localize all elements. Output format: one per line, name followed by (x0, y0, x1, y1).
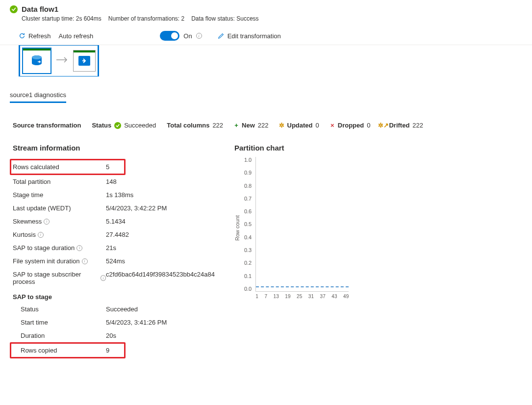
header-meta: Cluster startup time: 2s 604ms Number of… (10, 15, 522, 22)
dropped-label: Dropped (338, 122, 364, 129)
info-icon[interactable]: i (38, 232, 44, 238)
refresh-icon (19, 32, 25, 39)
stream-key: Stage time (13, 191, 106, 199)
stream-key: SAP to stage subscriber processi (13, 271, 106, 285)
stream-key: Total partition (13, 178, 106, 185)
edit-transformation-button[interactable]: Edit transformation (218, 32, 281, 40)
stream-info-heading: Stream information (13, 144, 215, 152)
total-columns-label: Total columns (167, 122, 209, 129)
info-icon[interactable]: i (101, 275, 106, 281)
tab-source-diagnostics[interactable]: source1 diagnostics (10, 91, 66, 103)
info-icon[interactable]: i (76, 245, 82, 251)
stream-key: Last update (WEDT) (13, 204, 106, 212)
stream-row: File system init durationi524ms (13, 254, 215, 268)
toggle-on-label: On (183, 32, 192, 40)
edit-label: Edit transformation (228, 32, 281, 40)
stream-value: 5/4/2023, 3:41:26 PM (106, 319, 167, 326)
flow-diagram (19, 45, 99, 76)
auto-refresh-toggle[interactable] (160, 31, 179, 41)
x-tick: 13 (274, 294, 279, 299)
x-tick: 7 (264, 294, 267, 299)
stream-key: SAP to stage durationi (13, 244, 106, 252)
stream-row: StatusSucceeded (13, 303, 215, 316)
stream-value: 1s 138ms (106, 191, 133, 199)
status-value: Succeeded (124, 122, 156, 129)
stream-value: 9 (106, 347, 109, 354)
stream-value: 5 (106, 163, 109, 171)
stream-value: 20s (106, 332, 116, 339)
updated-value: 0 (316, 122, 319, 129)
stream-value: 27.4482 (106, 231, 129, 238)
stream-row: Rows copied9 (10, 342, 126, 358)
info-icon[interactable]: i (44, 219, 50, 225)
refresh-button[interactable]: Refresh (19, 32, 51, 40)
y-tick: 0.7 (244, 196, 252, 202)
stream-row: Duration20s (13, 329, 215, 342)
plus-icon: + (234, 123, 239, 128)
stream-value: 21s (106, 244, 116, 252)
database-source-icon (29, 53, 45, 69)
y-tick: 0.4 (244, 234, 252, 240)
cross-icon: × (330, 123, 335, 128)
stream-row: Last update (WEDT)5/4/2023, 3:42:22 PM (13, 202, 215, 215)
drift-icon: ✲↗ (381, 123, 386, 128)
y-tick: 0.8 (244, 183, 252, 189)
x-tick: 1 (255, 294, 258, 299)
stream-row: Start time5/4/2023, 3:41:26 PM (13, 316, 215, 329)
y-tick: 0.0 (244, 286, 252, 292)
updated-label: Updated (287, 122, 313, 129)
y-tick: 0.9 (244, 170, 252, 176)
stream-value: 5/4/2023, 3:42:22 PM (106, 204, 167, 212)
stream-key: Kurtosisi (13, 231, 106, 238)
flow-node-source[interactable] (22, 48, 51, 74)
page-title: Data flow1 (22, 5, 58, 13)
stream-value: Succeeded (106, 305, 138, 313)
y-tick: 0.6 (244, 208, 252, 214)
source-transformation-label: Source transformation (13, 122, 81, 129)
stream-row: Total partition148 (13, 175, 215, 188)
status-success-icon (114, 122, 121, 129)
stream-value: c2fd6bac64d149f39834523bb4c24a84 (106, 271, 215, 278)
auto-refresh-label: Auto refresh (59, 32, 94, 40)
sap-to-stage-heading: SAP to stage (13, 288, 215, 303)
x-tick: 49 (343, 294, 349, 299)
stream-row: Kurtosisi27.4482 (13, 228, 215, 241)
y-tick: 0.3 (244, 247, 252, 253)
info-icon[interactable]: i (196, 33, 202, 39)
stream-key: Rows copied (13, 347, 106, 354)
dropped-value: 0 (367, 122, 370, 129)
y-tick: 1.0 (244, 157, 252, 163)
status-label: Status (92, 122, 111, 129)
stream-key: Start time (13, 319, 106, 326)
pencil-icon (218, 32, 225, 39)
stream-row: Stage time1s 138ms (13, 188, 215, 202)
new-label: New (242, 122, 255, 129)
stream-key: Status (13, 305, 106, 313)
x-tick: 25 (297, 294, 302, 299)
chart-y-label: Row count (234, 215, 240, 241)
stream-row: Skewnessi5.1434 (13, 215, 215, 228)
y-tick: 0.1 (244, 273, 252, 279)
stream-value: 148 (106, 178, 117, 185)
info-icon[interactable]: i (82, 258, 88, 264)
refresh-label: Refresh (28, 32, 51, 40)
x-tick: 43 (331, 294, 337, 299)
total-columns-value: 222 (212, 122, 223, 129)
sink-icon (76, 53, 92, 69)
stream-key: File system init durationi (13, 257, 106, 265)
stream-key: Rows calculated (13, 163, 106, 171)
new-value: 222 (258, 122, 269, 129)
x-tick: 37 (320, 294, 326, 299)
x-tick: 31 (308, 294, 314, 299)
x-tick: 19 (285, 294, 290, 299)
stream-value: 524ms (106, 257, 125, 265)
partition-chart: Row count 1.00.90.80.70.60.50.40.30.20.1… (234, 157, 522, 299)
drifted-value: 222 (412, 122, 423, 129)
stream-key: Skewnessi (13, 218, 106, 225)
flow-node-sink[interactable] (73, 50, 96, 72)
svg-point-1 (32, 55, 42, 59)
stream-row: SAP to stage durationi21s (13, 241, 215, 254)
status-success-icon (10, 5, 18, 13)
stream-row: SAP to stage subscriber processic2fd6bac… (13, 268, 215, 288)
y-tick: 0.5 (244, 221, 252, 227)
